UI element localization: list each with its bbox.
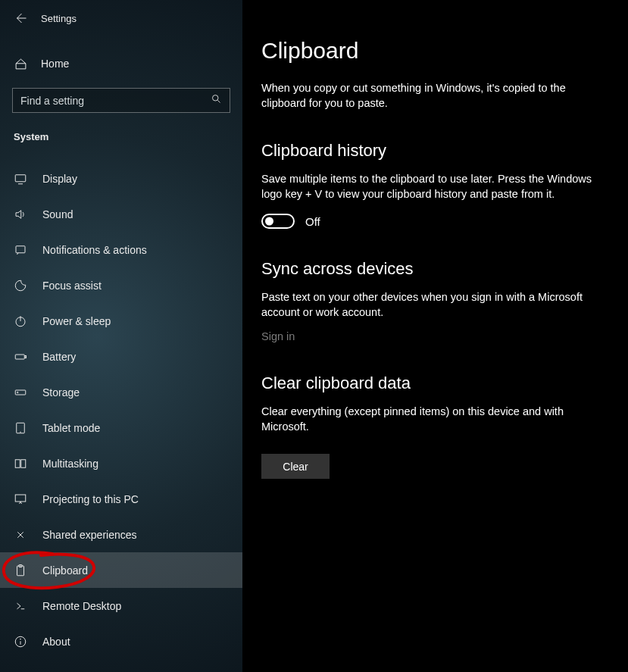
- sidebar-item-label: Display: [42, 173, 77, 185]
- sidebar-item-sound[interactable]: Sound: [0, 196, 242, 232]
- section-clear-title: Clear clipboard data: [261, 374, 594, 393]
- sidebar-item-remote-desktop[interactable]: Remote Desktop: [0, 588, 242, 624]
- sidebar-item-label: Multitasking: [42, 458, 98, 470]
- svg-rect-18: [15, 495, 26, 502]
- svg-rect-11: [25, 355, 27, 358]
- sidebar-item-label: Power & sleep: [42, 315, 111, 327]
- svg-rect-7: [16, 245, 25, 252]
- section-sync-title: Sync across devices: [261, 259, 594, 279]
- page-intro: When you copy or cut something in Window…: [261, 80, 594, 111]
- svg-rect-4: [15, 174, 26, 181]
- sidebar-item-label: Projecting to this PC: [42, 493, 139, 505]
- clear-button[interactable]: Clear: [261, 454, 330, 479]
- sidebar-item-label: Shared experiences: [42, 529, 137, 541]
- sidebar-item-label: About: [42, 636, 70, 648]
- section-clear-body: Clear everything (except pinned items) o…: [261, 404, 594, 434]
- sidebar-header: Settings: [0, 5, 242, 32]
- main-content: Clipboard When you copy or cut something…: [242, 0, 628, 672]
- history-toggle-state: Off: [305, 215, 320, 228]
- sidebar-item-label: Notifications & actions: [42, 244, 147, 256]
- tablet-icon: [14, 421, 27, 435]
- sidebar: Settings Home System: [0, 0, 242, 672]
- sidebar-item-tablet-mode[interactable]: Tablet mode: [0, 410, 242, 445]
- history-toggle[interactable]: [261, 214, 295, 229]
- sidebar-item-shared-experiences[interactable]: Shared experiences: [0, 517, 242, 552]
- sidebar-item-label: Clipboard: [42, 564, 88, 577]
- sidebar-item-clipboard[interactable]: Clipboard: [0, 552, 242, 588]
- svg-point-2: [213, 95, 219, 102]
- shared-experiences-icon: [14, 528, 27, 542]
- home-label: Home: [41, 58, 69, 70]
- sidebar-item-focus-assist[interactable]: Focus assist: [0, 267, 242, 303]
- focus-assist-icon: [14, 279, 27, 292]
- svg-line-3: [217, 100, 220, 102]
- svg-rect-14: [17, 423, 25, 433]
- sidebar-item-label: Remote Desktop: [42, 600, 121, 612]
- sidebar-item-storage[interactable]: Storage: [0, 374, 242, 410]
- sidebar-item-battery[interactable]: Battery: [0, 339, 242, 374]
- svg-rect-10: [15, 355, 24, 359]
- sound-icon: [14, 208, 27, 221]
- page-title: Clipboard: [261, 38, 594, 64]
- search-box[interactable]: [12, 88, 230, 113]
- svg-rect-17: [21, 459, 26, 467]
- sidebar-item-label: Tablet mode: [42, 422, 100, 434]
- sidebar-item-projecting[interactable]: Projecting to this PC: [0, 481, 242, 517]
- sidebar-item-label: Battery: [42, 351, 76, 363]
- section-history-title: Clipboard history: [261, 141, 594, 161]
- section-history-body: Save multiple items to the clipboard to …: [261, 171, 594, 202]
- multitasking-icon: [14, 457, 27, 470]
- sidebar-item-about[interactable]: About: [0, 624, 242, 659]
- svg-point-13: [17, 392, 19, 393]
- category-label: System: [0, 131, 242, 142]
- home-icon: [14, 58, 27, 70]
- projecting-icon: [14, 492, 27, 506]
- power-icon: [14, 314, 27, 328]
- sidebar-item-label: Focus assist: [42, 280, 102, 292]
- about-icon: [14, 635, 27, 649]
- display-icon: [14, 172, 27, 186]
- search-input[interactable]: [20, 95, 211, 107]
- remote-desktop-icon: [14, 599, 27, 613]
- clipboard-icon: [14, 564, 27, 577]
- sidebar-item-label: Storage: [42, 386, 80, 399]
- back-icon[interactable]: [14, 11, 27, 25]
- home-button[interactable]: Home: [0, 47, 242, 80]
- nav-list: Display Sound Notifications & actions Fo…: [0, 161, 242, 659]
- section-sync-body: Paste text on your other devices when yo…: [261, 289, 594, 320]
- search-icon: [211, 93, 222, 108]
- window-title: Settings: [41, 13, 77, 24]
- sign-in-link[interactable]: Sign in: [261, 330, 295, 342]
- notifications-icon: [14, 243, 27, 257]
- svg-marker-6: [16, 210, 21, 218]
- svg-point-23: [20, 639, 21, 639]
- battery-icon: [14, 350, 27, 364]
- sidebar-item-multitasking[interactable]: Multitasking: [0, 445, 242, 481]
- sidebar-item-label: Sound: [42, 208, 73, 220]
- storage-icon: [14, 386, 27, 399]
- sidebar-item-display[interactable]: Display: [0, 161, 242, 196]
- sidebar-item-power-sleep[interactable]: Power & sleep: [0, 303, 242, 339]
- sidebar-item-notifications[interactable]: Notifications & actions: [0, 232, 242, 267]
- svg-rect-16: [15, 459, 20, 467]
